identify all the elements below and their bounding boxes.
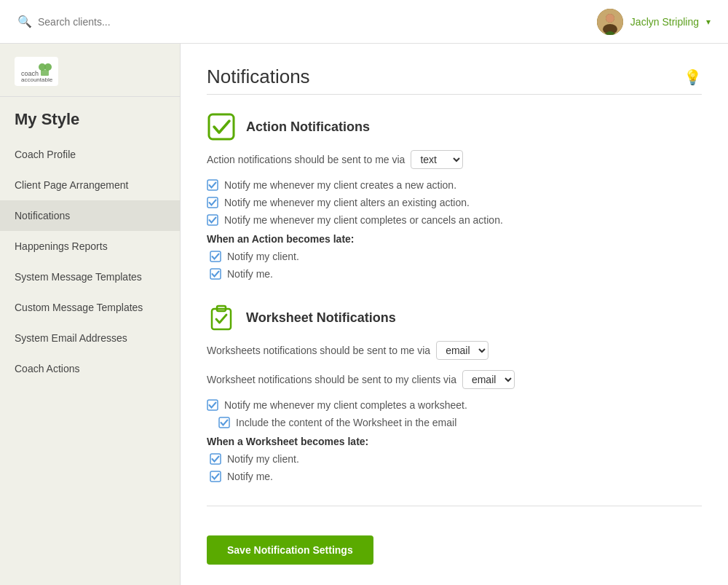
worksheet-late-cb2: Notify me. [210, 471, 702, 482]
worksheet-indent-cb1-icon[interactable] [218, 417, 230, 428]
worksheet-late-cb1-icon[interactable] [210, 453, 221, 465]
worksheet-late-rows: Notify my client. Notify me. [207, 453, 702, 482]
avatar-image [597, 9, 623, 35]
action-cb2-label: Notify me whenever my client alters an e… [224, 197, 470, 208]
sidebar-section-title: My Style [0, 97, 180, 136]
action-section-body: Action notifications should be sent to m… [207, 150, 702, 280]
save-button[interactable]: Save Notification Settings [207, 535, 373, 565]
worksheet-late-cb1: Notify my client. [210, 453, 702, 465]
worksheet-via-row-clients: Worksheet notifications should be sent t… [207, 370, 702, 389]
action-notifications-section: Action Notifications Action notification… [207, 112, 702, 280]
action-late-section: When an Action becomes late: Notify my c… [207, 233, 702, 280]
worksheet-cb1-label: Notify me whenever my client completes a… [224, 399, 467, 411]
worksheet-late-cb1-label: Notify my client. [227, 453, 299, 465]
worksheet-late-cb2-icon[interactable] [210, 471, 221, 482]
worksheet-section-header: Worksheet Notifications [207, 303, 702, 332]
action-late-cb2: Notify me. [210, 268, 702, 280]
worksheet-late-section: When a Worksheet becomes late: Notify my… [207, 436, 702, 482]
action-cb1-label: Notify me whenever my client creates a n… [224, 179, 456, 191]
sidebar-brand: coach accountable [0, 44, 180, 97]
chevron-down-icon: ▾ [706, 17, 711, 27]
worksheet-via-select-clients[interactable]: email text none [462, 370, 515, 389]
sidebar-item-happenings-reports[interactable]: Happenings Reports [0, 231, 180, 262]
action-via-row: Action notifications should be sent to m… [207, 150, 702, 169]
save-section: Save Notification Settings [207, 524, 702, 576]
search-icon-wrap: 🔍 [17, 15, 198, 28]
action-late-rows: Notify my client. Notify me. [207, 251, 702, 280]
action-cb3-icon[interactable] [207, 214, 218, 226]
sidebar: coach accountable My Style Coach Profile… [0, 44, 181, 585]
brand-logo: coach accountable [15, 57, 58, 86]
svg-point-7 [44, 63, 52, 71]
svg-rect-8 [41, 70, 49, 76]
action-late-cb2-icon[interactable] [210, 268, 221, 280]
worksheet-via-select-coach[interactable]: email text none [436, 341, 488, 360]
sidebar-item-system-email-addresses[interactable]: System Email Addresses [0, 323, 180, 353]
worksheet-cb1: Notify me whenever my client completes a… [207, 399, 702, 411]
action-cb3-label: Notify me whenever my client completes o… [224, 214, 503, 226]
main-content: Notifications 💡 Action Notifications Act… [181, 44, 728, 585]
worksheet-via-label-coach: Worksheets notifications should be sent … [207, 345, 430, 356]
worksheet-indent-cb1: Include the content of the Worksheet in … [207, 417, 702, 428]
page-title: Notifications [207, 66, 310, 88]
action-late-cb2-label: Notify me. [227, 268, 273, 280]
action-section-header: Action Notifications [207, 112, 702, 141]
search-icon: 🔍 [17, 15, 32, 28]
action-late-label: When an Action becomes late: [207, 233, 702, 245]
svg-text:accountable: accountable [21, 76, 53, 83]
worksheet-section-body: Worksheets notifications should be sent … [207, 341, 702, 482]
action-late-cb1: Notify my client. [210, 251, 702, 262]
action-checkbox-3: Notify me whenever my client completes o… [207, 214, 702, 226]
layout: coach accountable My Style Coach Profile… [0, 44, 728, 585]
header: 🔍 Jaclyn Stripling ▾ [0, 0, 728, 44]
worksheet-indent-cb1-label: Include the content of the Worksheet in … [236, 417, 456, 428]
action-cb2-icon[interactable] [207, 197, 218, 208]
worksheet-cb1-icon[interactable] [207, 399, 218, 411]
search-input[interactable] [38, 16, 198, 28]
sidebar-item-system-message-templates[interactable]: System Message Templates [0, 262, 180, 292]
worksheet-late-label: When a Worksheet becomes late: [207, 436, 702, 447]
sidebar-nav: Coach Profile Client Page Arrangement No… [0, 136, 180, 387]
header-left: 🔍 [17, 15, 198, 28]
sidebar-item-coach-profile[interactable]: Coach Profile [0, 139, 180, 170]
sidebar-item-coach-actions[interactable]: Coach Actions [0, 353, 180, 384]
user-name[interactable]: Jaclyn Stripling [630, 16, 699, 28]
action-checkbox-icon [207, 113, 235, 141]
action-late-cb1-icon[interactable] [210, 251, 221, 262]
svg-rect-10 [209, 114, 234, 139]
action-late-cb1-label: Notify my client. [227, 251, 299, 262]
logo-icon: coach accountable [18, 60, 55, 83]
action-via-label: Action notifications should be sent to m… [207, 154, 405, 165]
avatar [597, 9, 623, 35]
section-divider [207, 94, 702, 95]
sidebar-item-custom-message-templates[interactable]: Custom Message Templates [0, 292, 180, 323]
worksheet-notifications-section: Worksheet Notifications Worksheets notif… [207, 303, 702, 482]
action-cb1-icon[interactable] [207, 179, 218, 191]
worksheet-late-cb2-label: Notify me. [227, 471, 273, 482]
action-checkbox-2: Notify me whenever my client alters an e… [207, 197, 702, 208]
worksheet-section-icon [207, 303, 236, 332]
sidebar-item-client-page-arrangement[interactable]: Client Page Arrangement [0, 170, 180, 200]
worksheet-via-label-clients: Worksheet notifications should be sent t… [207, 374, 456, 385]
action-via-select[interactable]: text email none [411, 150, 463, 169]
worksheet-via-row-coach: Worksheets notifications should be sent … [207, 341, 702, 360]
worksheet-section-title: Worksheet Notifications [246, 310, 396, 326]
action-checkbox-1: Notify me whenever my client creates a n… [207, 179, 702, 191]
action-section-icon [207, 112, 236, 141]
svg-point-3 [606, 14, 614, 23]
hint-icon[interactable]: 💡 [684, 68, 702, 86]
sidebar-item-notifications[interactable]: Notifications [0, 200, 180, 231]
bottom-divider [207, 506, 702, 506]
worksheet-clipboard-icon [207, 304, 235, 331]
header-right: Jaclyn Stripling ▾ [597, 9, 711, 35]
main-header: Notifications 💡 [207, 66, 702, 88]
action-section-title: Action Notifications [246, 119, 370, 135]
